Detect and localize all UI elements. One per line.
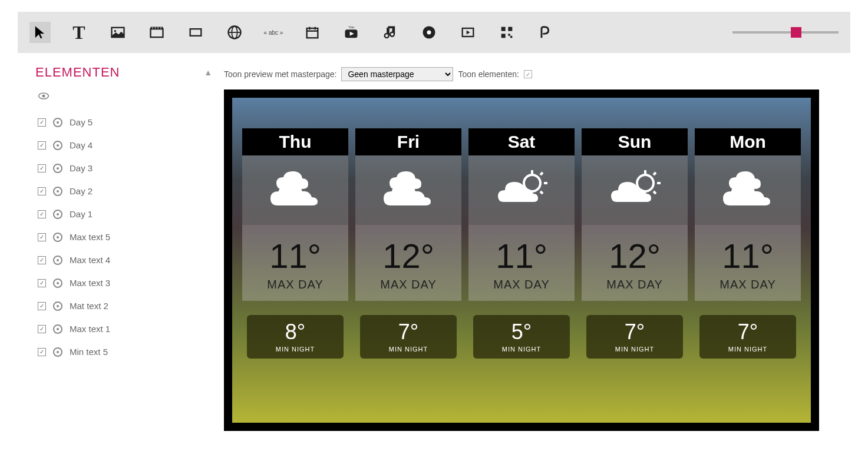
weather-icon <box>468 155 575 225</box>
svg-rect-8 <box>190 29 202 36</box>
element-checkbox[interactable]: ✓ <box>38 187 46 195</box>
max-label: MAX DAY <box>695 278 801 291</box>
sidebar: ELEMENTEN ▲ ✓Day 5✓Day 4✓Day 3✓Day 2✓Day… <box>18 65 224 431</box>
element-item[interactable]: ✓Min text 5 <box>35 340 212 363</box>
min-block: 5°MIN NIGHT <box>473 315 570 359</box>
element-item[interactable]: ✓Max text 4 <box>35 248 212 271</box>
element-label: Day 1 <box>70 209 93 219</box>
calendar-tool[interactable] <box>302 22 323 43</box>
weather-icon <box>582 155 688 225</box>
svg-rect-12 <box>307 28 318 38</box>
masterpage-select[interactable]: Geen masterpage <box>341 67 453 81</box>
max-block: 12°MAX DAY <box>582 225 688 301</box>
day-name: Thu <box>242 128 348 155</box>
collapse-icon[interactable]: ▲ <box>204 68 212 77</box>
svg-point-5 <box>155 27 156 28</box>
element-handle-icon[interactable] <box>53 118 62 127</box>
min-block: 8°MIN NIGHT <box>247 315 344 359</box>
weather-icon <box>242 155 348 225</box>
svg-point-27 <box>42 95 45 98</box>
element-handle-icon[interactable] <box>53 347 62 357</box>
element-label: Max text 4 <box>70 255 110 265</box>
max-block: 11°MAX DAY <box>242 225 348 301</box>
min-block: 7°MIN NIGHT <box>360 315 457 359</box>
textline-tool[interactable]: « abc » <box>263 22 284 43</box>
element-checkbox[interactable]: ✓ <box>38 325 46 333</box>
visibility-toggle[interactable] <box>38 92 212 102</box>
element-item[interactable]: ✓Day 2 <box>35 180 212 203</box>
svg-line-32 <box>540 191 543 194</box>
element-handle-icon[interactable] <box>53 256 62 265</box>
rectangle-tool[interactable] <box>185 22 206 43</box>
weather-day-card[interactable]: Sun12°MAX DAY7°MIN NIGHT <box>582 98 688 423</box>
min-block: 7°MIN NIGHT <box>699 315 796 359</box>
element-checkbox[interactable]: ✓ <box>38 164 46 173</box>
element-item[interactable]: ✓Max text 1 <box>35 317 212 340</box>
logo-tool[interactable] <box>535 22 556 43</box>
element-handle-icon[interactable] <box>53 210 62 219</box>
max-label: MAX DAY <box>582 278 688 291</box>
max-temp: 11° <box>695 239 801 273</box>
day-name: Sat <box>468 128 575 155</box>
show-elements-checkbox[interactable]: ✓ <box>524 70 532 78</box>
weather-day-card[interactable]: Sat11°MAX DAY5°MIN NIGHT <box>468 98 575 423</box>
weather-day-card[interactable]: Thu11°MAX DAY8°MIN NIGHT <box>242 98 348 423</box>
min-label: MIN NIGHT <box>699 346 796 353</box>
element-label: Max text 1 <box>70 324 110 334</box>
element-checkbox[interactable]: ✓ <box>38 348 46 356</box>
element-checkbox[interactable]: ✓ <box>38 233 46 241</box>
element-handle-icon[interactable] <box>53 301 62 311</box>
element-handle-icon[interactable] <box>53 233 62 242</box>
element-checkbox[interactable]: ✓ <box>38 302 46 310</box>
youtube-tool[interactable]: You <box>341 22 362 43</box>
min-temp: 5° <box>473 320 570 344</box>
weather-icon <box>355 155 461 225</box>
element-item[interactable]: ✓Day 3 <box>35 157 212 180</box>
element-handle-icon[interactable] <box>53 141 62 150</box>
element-checkbox[interactable]: ✓ <box>38 118 46 127</box>
element-item[interactable]: ✓Max text 3 <box>35 271 212 294</box>
qr-tool[interactable] <box>496 22 517 43</box>
element-checkbox[interactable]: ✓ <box>38 210 46 218</box>
element-item[interactable]: ✓Day 4 <box>35 134 212 157</box>
weather-day-card[interactable]: Fri12°MAX DAY7°MIN NIGHT <box>355 98 461 423</box>
element-checkbox[interactable]: ✓ <box>38 256 46 264</box>
element-item[interactable]: ✓Mat text 2 <box>35 294 212 317</box>
cursor-tool[interactable] <box>29 22 51 43</box>
svg-rect-24 <box>508 34 510 36</box>
element-checkbox[interactable]: ✓ <box>38 279 46 287</box>
element-item[interactable]: ✓Day 1 <box>35 203 212 225</box>
sidebar-title: ELEMENTEN <box>35 65 120 80</box>
max-label: MAX DAY <box>355 278 461 291</box>
element-handle-icon[interactable] <box>53 324 62 334</box>
slider-thumb[interactable] <box>791 27 801 38</box>
element-label: Day 5 <box>70 117 93 127</box>
element-handle-icon[interactable] <box>53 187 62 196</box>
svg-point-4 <box>152 27 153 28</box>
svg-rect-21 <box>501 27 506 31</box>
element-item[interactable]: ✓Day 5 <box>35 111 212 134</box>
weather-day-card[interactable]: Mon11°MAX DAY7°MIN NIGHT <box>695 98 801 423</box>
max-block: 11°MAX DAY <box>468 225 575 301</box>
element-checkbox[interactable]: ✓ <box>38 141 46 150</box>
weather-canvas[interactable]: Thu11°MAX DAY8°MIN NIGHTFri12°MAX DAY7°M… <box>232 98 811 423</box>
max-temp: 12° <box>355 239 461 273</box>
element-item[interactable]: ✓Max text 5 <box>35 225 212 248</box>
element-label: Day 2 <box>70 186 93 196</box>
zoom-slider[interactable] <box>732 31 839 34</box>
video-tool[interactable] <box>146 22 167 43</box>
max-temp: 11° <box>242 239 348 273</box>
element-label: Min text 5 <box>70 347 108 357</box>
element-handle-icon[interactable] <box>53 164 62 173</box>
music-tool[interactable] <box>379 22 401 43</box>
element-handle-icon[interactable] <box>53 278 62 288</box>
disc-tool[interactable] <box>418 22 440 43</box>
image-tool[interactable] <box>107 22 128 43</box>
min-temp: 7° <box>699 320 796 344</box>
text-tool[interactable]: T <box>68 22 90 43</box>
presentation-tool[interactable] <box>457 22 478 43</box>
masterpage-label: Toon preview met masterpage: <box>224 69 336 79</box>
min-label: MIN NIGHT <box>247 346 344 353</box>
svg-rect-23 <box>501 34 506 38</box>
web-tool[interactable] <box>224 22 245 43</box>
